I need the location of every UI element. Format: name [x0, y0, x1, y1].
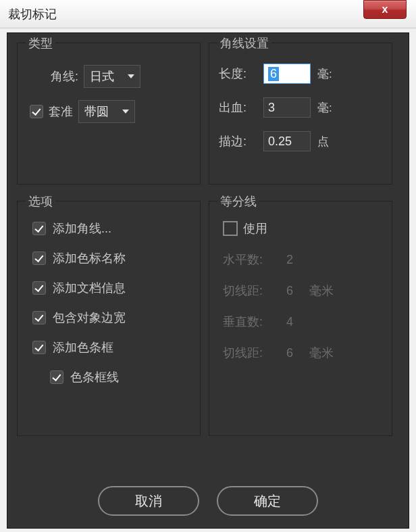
bleed-value: 3: [268, 101, 275, 115]
option-checkbox-sub[interactable]: [50, 370, 63, 384]
option-label-2: 添加文档信息: [53, 280, 126, 296]
cancel-button-label: 取消: [135, 492, 162, 510]
divide-row-0-value: 2: [276, 253, 304, 267]
option-label-sub: 色条框线: [70, 369, 119, 385]
ok-button-label: 确定: [254, 492, 281, 510]
dialog-button-row: 取消 确定: [7, 486, 409, 516]
stroke-input[interactable]: 0.25: [263, 131, 311, 151]
stroke-unit: 点: [317, 134, 338, 149]
option-label-0: 添加角线...: [53, 220, 111, 237]
register-checkbox[interactable]: [30, 105, 43, 118]
dialog-body: 类型 角线: 日式 套准 带圆 角线设置 长度:: [7, 32, 409, 529]
top-panel-row: 类型 角线: 日式 套准 带圆 角线设置 长度:: [17, 43, 399, 185]
register-style-value: 带圆: [84, 103, 109, 120]
divide-row-1-value: 6: [276, 284, 304, 298]
chevron-down-icon: [128, 74, 134, 78]
bottom-panel-row: 选项 添加角线... 添加色标名称 添加文档信息 包含对象边宽 添加色条框: [17, 201, 399, 436]
divide-row-2-label: 垂直数:: [223, 314, 270, 330]
length-input[interactable]: 6: [263, 64, 311, 84]
option-label-4: 添加色条框: [53, 339, 113, 356]
type-panel: 类型 角线: 日式 套准 带圆: [17, 43, 201, 185]
option-label-3: 包含对象边宽: [53, 310, 126, 326]
option-checkbox-4[interactable]: [32, 341, 46, 354]
chevron-down-icon: [122, 110, 129, 114]
length-value: 6: [268, 67, 279, 81]
stroke-value: 0.25: [268, 135, 292, 149]
divide-panel-legend: 等分线: [217, 193, 259, 210]
divide-row-2-value: 4: [276, 315, 304, 329]
corner-style-label: 角线:: [38, 68, 78, 84]
bleed-unit: 毫:: [317, 100, 338, 116]
option-checkbox-1[interactable]: [32, 251, 46, 265]
divide-panel: 等分线 使用 水平数: 2 切线距: 6 毫米 垂直数: 4 切线距:: [209, 201, 392, 436]
close-button[interactable]: x: [363, 0, 407, 19]
option-checkbox-3[interactable]: [32, 311, 46, 324]
titlebar: 裁切标记 x: [0, 0, 416, 28]
cancel-button[interactable]: 取消: [98, 486, 199, 516]
type-panel-legend: 类型: [26, 35, 55, 51]
stroke-label: 描边:: [219, 133, 257, 149]
register-style-select[interactable]: 带圆: [78, 100, 135, 123]
bleed-label: 出血:: [219, 99, 257, 116]
divide-row-1-unit: 毫米: [309, 283, 334, 299]
options-panel-legend: 选项: [26, 193, 55, 210]
corner-style-value: 日式: [90, 68, 114, 84]
close-icon: x: [382, 3, 388, 16]
option-label-1: 添加色标名称: [53, 250, 126, 266]
options-panel: 选项 添加角线... 添加色标名称 添加文档信息 包含对象边宽 添加色条框: [17, 201, 201, 436]
length-unit: 毫:: [317, 66, 338, 82]
length-label: 长度:: [219, 66, 257, 82]
divide-row-3-unit: 毫米: [309, 345, 334, 361]
corner-settings-panel: 角线设置 长度: 6 毫: 出血: 3 毫: 描边: 0.25: [209, 43, 392, 185]
divide-row-1-label: 切线距:: [223, 283, 270, 299]
window-title: 裁切标记: [8, 6, 57, 22]
bleed-input[interactable]: 3: [263, 97, 311, 118]
ok-button[interactable]: 确定: [217, 486, 318, 516]
divide-row-0-label: 水平数:: [223, 251, 270, 268]
use-divide-label: 使用: [243, 220, 267, 237]
corner-settings-legend: 角线设置: [217, 35, 271, 51]
divide-row-3-label: 切线距:: [223, 345, 270, 361]
option-checkbox-0[interactable]: [32, 222, 46, 235]
corner-style-select[interactable]: 日式: [84, 65, 140, 88]
divide-row-3-value: 6: [276, 346, 304, 360]
use-divide-checkbox[interactable]: [223, 221, 238, 236]
register-label: 套准: [49, 103, 73, 120]
option-checkbox-2[interactable]: [32, 281, 46, 295]
